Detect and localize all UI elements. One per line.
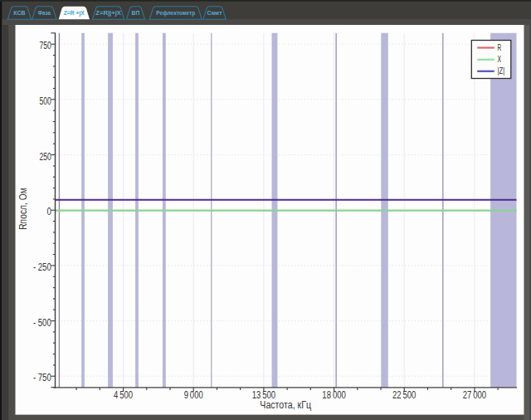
svg-text:9 000: 9 000 xyxy=(184,389,203,401)
svg-text:- 500: - 500 xyxy=(33,317,51,329)
svg-text:- 250: - 250 xyxy=(33,261,51,273)
svg-text:Z=R||+jX: Z=R||+jX xyxy=(95,9,121,17)
svg-text:КСВ: КСВ xyxy=(13,9,26,17)
svg-text:- 750: - 750 xyxy=(33,372,51,383)
svg-text:250: 250 xyxy=(40,151,52,163)
svg-text:Rпосл, Ом: Rпосл, Ом xyxy=(17,188,29,230)
svg-text:Частота, кГц: Частота, кГц xyxy=(260,399,311,411)
svg-text:500: 500 xyxy=(40,95,52,107)
svg-text:R: R xyxy=(498,43,502,52)
svg-text:ВП: ВП xyxy=(132,9,140,17)
svg-text:Z=R +jX: Z=R +jX xyxy=(64,9,85,17)
svg-text:750: 750 xyxy=(40,40,52,51)
svg-text:0: 0 xyxy=(46,206,51,217)
svg-text:4 500: 4 500 xyxy=(114,389,133,401)
svg-text:|Z|: |Z| xyxy=(498,66,505,76)
svg-text:X: X xyxy=(498,55,502,64)
svg-text:22 500: 22 500 xyxy=(392,389,417,401)
svg-text:Рефлектометр: Рефлектометр xyxy=(156,9,195,17)
svg-text:18 000: 18 000 xyxy=(322,389,346,401)
svg-text:Фаза: Фаза xyxy=(38,9,51,17)
svg-text:27 000: 27 000 xyxy=(463,389,487,401)
svg-text:Смит: Смит xyxy=(207,9,222,17)
